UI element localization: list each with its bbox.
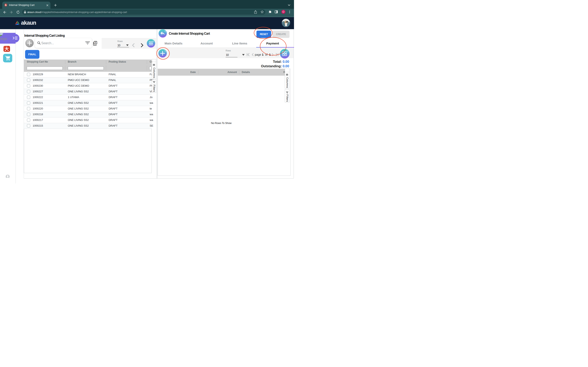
svg-text:2: 2 bbox=[95, 42, 96, 44]
